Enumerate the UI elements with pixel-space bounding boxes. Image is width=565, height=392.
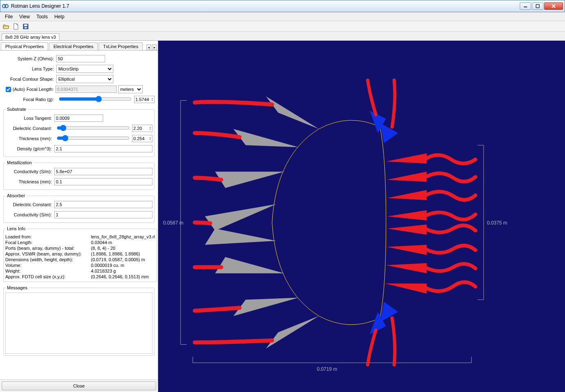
open-icon[interactable] (2, 23, 10, 30)
svg-marker-22 (386, 153, 427, 163)
tab-txline[interactable]: TxLine Properties (99, 42, 143, 50)
info-fl-label: Focal Length: (5, 240, 91, 245)
absorber-legend: Absorber (5, 193, 27, 198)
conductivity-label: Conductivity (S/m): (5, 169, 54, 174)
abs-cond-label: Conductivity (S/m): (5, 212, 54, 217)
loaded-from-value: lens_for_8x8_28ghz_array_v3.rl (91, 234, 155, 239)
maximize-button[interactable] (532, 2, 543, 10)
svg-marker-25 (387, 210, 427, 220)
window-title: Rotman Lens Designer 1.7 (11, 3, 520, 9)
lens-type-select[interactable]: MicroStrip (56, 65, 113, 73)
messages-box (5, 293, 152, 354)
document-tabs: 8x8 28 GHz array lens v3 (0, 32, 565, 41)
menu-help[interactable]: Help (51, 13, 68, 20)
dim-width: 0.0719 m (317, 366, 337, 372)
close-window-button[interactable] (544, 2, 563, 10)
lensinfo-legend: Lens Info (5, 226, 27, 231)
info-ports-value: (8, 8, 4) - 20 (91, 246, 115, 251)
dim-height-left: 0.0587 m (163, 220, 183, 226)
svg-marker-13 (205, 204, 276, 231)
system-z-input[interactable] (56, 55, 105, 62)
system-z-label: System Z (Ohms): (3, 56, 56, 61)
diel-const-slider[interactable] (57, 125, 130, 131)
svg-marker-19 (380, 123, 398, 143)
focal-ratio-slider[interactable] (59, 96, 132, 102)
tab-scroll-left-icon[interactable]: ◂ (146, 44, 151, 50)
abs-diel-label: Dielectric Constant: (5, 202, 54, 207)
app-icon (2, 3, 9, 9)
focal-length-unit-select[interactable]: meters (118, 85, 143, 93)
save-icon[interactable] (22, 23, 29, 30)
thickness-slider[interactable] (57, 135, 130, 141)
metal-thickness-label: Thickness (mm): (5, 179, 54, 184)
metal-legend: Metallization (5, 160, 33, 165)
tab-scroll-right-icon[interactable]: ▸ (152, 44, 157, 50)
focal-length-label: Focal Length: (26, 87, 54, 92)
loaded-from-label: Loaded from: (5, 234, 91, 239)
menu-file[interactable]: File (2, 13, 16, 20)
info-dim-value: (0.0719, 0.0587, 0.0005) m (91, 257, 145, 262)
messages-legend: Messages (5, 285, 29, 290)
tab-electrical[interactable]: Electrical Properties (49, 42, 98, 50)
lens-canvas[interactable]: 0.0587 m 0.0719 m 0.0375 m 0.0304 m (158, 41, 565, 392)
svg-rect-7 (24, 24, 27, 26)
auto-focal-checkbox[interactable] (6, 87, 11, 92)
focal-length-input (55, 86, 117, 93)
conductivity-input[interactable] (54, 168, 152, 175)
svg-marker-23 (387, 172, 427, 182)
abs-diel-input[interactable] (54, 201, 152, 208)
substrate-legend: Substrate (5, 107, 28, 112)
svg-marker-15 (215, 257, 285, 273)
info-vswr-label: Approx. VSWR (beam, array, dummy): (5, 251, 91, 256)
info-fdtd-value: (0.2646, 0.2646, 0.1513) mm (91, 274, 149, 279)
properties-panel: Physical Properties Electrical Propertie… (0, 41, 158, 392)
info-wt-value: 4.0218323 g (91, 269, 116, 273)
svg-marker-11 (234, 129, 299, 147)
minimize-button[interactable] (520, 2, 531, 10)
abs-cond-input[interactable] (54, 211, 152, 218)
svg-rect-8 (24, 27, 27, 29)
svg-marker-29 (385, 284, 427, 294)
thickness-value[interactable]: 0.254▲▼ (132, 135, 152, 142)
svg-marker-16 (234, 298, 299, 316)
menubar: File View Tools Help (0, 12, 565, 21)
diel-const-value[interactable]: 2.20▲▼ (132, 125, 152, 132)
diel-const-label: Dielectric Constant: (5, 126, 54, 131)
info-ports-label: Ports (beam, array, dummy) - total: (5, 246, 91, 251)
info-vswr-value: (1.8986, 1.8986, 1.8986) (91, 251, 140, 256)
thickness-label: Thickness (mm): (5, 136, 54, 141)
titlebar: Rotman Lens Designer 1.7 (0, 0, 565, 12)
info-wt-label: Weight: (5, 269, 91, 273)
density-label: Density (g/cm^3): (5, 146, 54, 151)
focal-shape-select[interactable]: Elliptical (56, 75, 113, 83)
menu-tools[interactable]: Tools (33, 13, 51, 20)
focal-shape-label: Focal Contour Shape: (3, 77, 56, 81)
svg-marker-21 (380, 302, 398, 322)
menu-view[interactable]: View (16, 13, 33, 20)
focal-ratio-value[interactable]: 1.5744▲▼ (134, 96, 154, 103)
metal-thickness-input[interactable] (54, 178, 152, 185)
svg-marker-24 (387, 190, 427, 200)
auto-label: (Auto) (13, 87, 25, 92)
tab-physical[interactable]: Physical Properties (1, 42, 48, 50)
loss-tan-input[interactable] (54, 115, 103, 122)
lens-type-label: Lens Type: (3, 66, 56, 71)
info-dim-label: Dimensions (width, height, depth): (5, 257, 91, 262)
dim-height-right: 0.0375 m (487, 220, 507, 226)
svg-marker-17 (266, 316, 319, 349)
svg-marker-12 (215, 172, 285, 188)
info-fl-value: 0.03044 m (91, 240, 112, 245)
loss-tan-label: Loss Tangent: (5, 116, 54, 121)
svg-marker-27 (387, 245, 427, 255)
density-input[interactable] (54, 145, 152, 152)
close-panel-button[interactable]: Close (2, 381, 156, 390)
new-icon[interactable] (12, 23, 20, 30)
svg-marker-26 (387, 225, 427, 235)
svg-marker-28 (386, 263, 427, 273)
svg-marker-14 (205, 229, 276, 245)
document-tab[interactable]: 8x8 28 GHz array lens v3 (2, 33, 60, 40)
svg-rect-3 (536, 4, 539, 8)
toolbar (0, 21, 565, 32)
info-vol-value: 0.0000019 cu. m (91, 263, 124, 268)
svg-marker-10 (266, 97, 319, 129)
